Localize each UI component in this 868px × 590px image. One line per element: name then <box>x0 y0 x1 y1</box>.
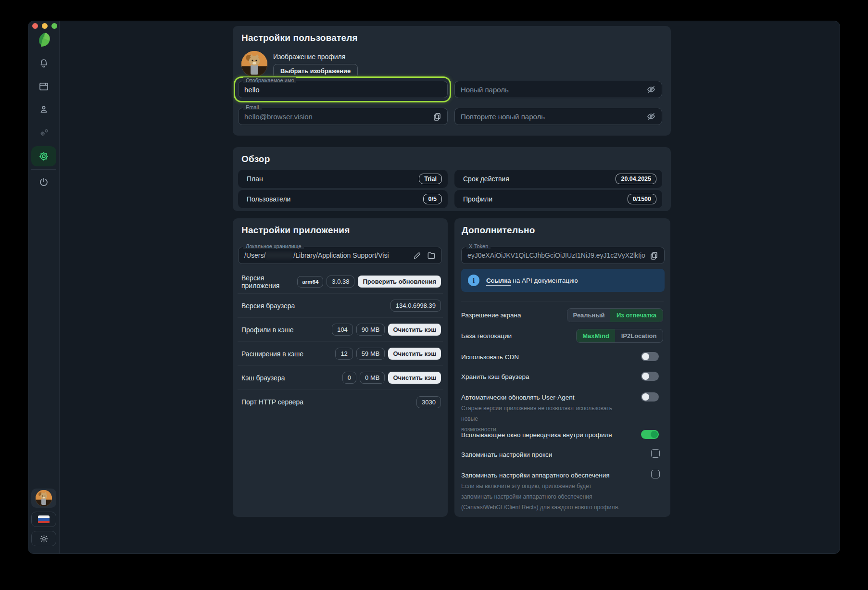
cached-profiles-count-badge: 104 <box>332 324 353 336</box>
use-cdn-label: Использовать CDN <box>461 353 519 361</box>
plan-row: План Trial <box>238 170 448 188</box>
geo-db-segmented: MaxMind IP2Location <box>576 329 663 343</box>
team-person-icon[interactable] <box>38 104 50 115</box>
app-version-badge: 3.0.38 <box>327 276 354 288</box>
app-version-label: Версия приложения <box>241 274 297 289</box>
show-password-eye-off-icon[interactable] <box>646 85 656 94</box>
toggle-knob <box>642 393 649 401</box>
new-password-field[interactable] <box>454 81 662 98</box>
zoom-window-button[interactable] <box>51 23 57 29</box>
app-settings-rows: Версия приложения arm64 3.0.38 Проверить… <box>238 270 443 414</box>
settings-gear-icon <box>38 151 50 162</box>
expiry-badge: 20.04.2025 <box>616 174 656 184</box>
http-port-label: Порт HTTP сервера <box>241 398 303 406</box>
remember-hardware-label: Запоминать настройки аппаратного обеспеч… <box>461 472 610 479</box>
minimize-window-button[interactable] <box>42 23 48 29</box>
theme-toggle-button[interactable] <box>31 531 56 546</box>
avatar <box>36 490 52 506</box>
cached-profiles-row: Профили в кэше 104 90 MB Очистить кэш <box>238 318 443 342</box>
remember-proxy-label: Запоминать настройки прокси <box>461 451 552 458</box>
cached-extensions-label: Расширения в кэше <box>241 350 303 358</box>
new-password-input[interactable] <box>461 86 646 94</box>
close-window-button[interactable] <box>32 23 38 29</box>
automation-gears-icon[interactable] <box>39 128 49 138</box>
translator-popup-toggle[interactable] <box>641 430 659 439</box>
sidebar <box>28 21 60 553</box>
choose-image-button[interactable]: Выбрать изображение <box>273 64 358 78</box>
browser-version-row: Версия браузера 134.0.6998.39 <box>238 294 443 318</box>
x-token-field[interactable]: X-Token eyJ0eXAiOiJKV1QiLCJhbGciOiJIUzI1… <box>461 247 665 264</box>
theme-sun-icon <box>40 535 48 543</box>
edit-path-pencil-icon[interactable] <box>413 251 421 260</box>
keep-browser-cache-label: Хранить кэш браузера <box>461 373 529 380</box>
keep-browser-cache-toggle[interactable] <box>641 372 659 381</box>
browser-window-icon[interactable] <box>38 81 50 92</box>
api-docs-text: на API документацию <box>513 277 578 284</box>
segment-maxmind[interactable]: MaxMind <box>577 329 615 342</box>
app-logo <box>37 32 50 48</box>
x-token-value: eyJ0eXAiOiJKV1QiLCJhbGciOiJIUzI1NiJ9.eyJ… <box>467 251 650 259</box>
api-docs-link[interactable]: Ссылка <box>486 277 511 286</box>
profiles-badge: 0/1500 <box>628 194 656 204</box>
app-version-row: Версия приложения arm64 3.0.38 Проверить… <box>238 270 443 294</box>
remember-hardware-description: Если вы включите эту опцию, приложение б… <box>461 481 620 513</box>
browser-version-label: Версия браузера <box>241 302 295 310</box>
expiry-label: Срок действия <box>463 175 509 183</box>
app-settings-panel: Настройки приложения Локальное хранилище… <box>233 218 448 517</box>
use-cdn-toggle[interactable] <box>641 352 659 361</box>
segment-real[interactable]: Реальный <box>567 309 610 322</box>
toggle-knob <box>642 373 649 380</box>
local-storage-path-suffix: /Library/Application Support/Visi <box>293 251 413 259</box>
copy-email-icon[interactable] <box>433 112 441 121</box>
clear-browser-cache-button[interactable]: Очистить кэш <box>388 372 441 384</box>
local-storage-path-prefix: /Users/ <box>244 251 265 259</box>
power-logout-icon[interactable] <box>38 176 50 188</box>
sidebar-profile-avatar[interactable] <box>31 489 56 508</box>
browser-cache-count-badge: 0 <box>342 372 356 384</box>
app-settings-title: Настройки приложения <box>241 225 350 236</box>
auto-update-ua-description: Старые версии приложения не позволяют ис… <box>461 403 625 435</box>
auto-update-ua-label: Автоматически обновлять User-Agent <box>461 394 575 401</box>
translator-popup-label: Всплывающее окно переводчика внутри проф… <box>461 431 612 439</box>
user-settings-panel: Настройки пользователя Изображение профи… <box>233 26 671 136</box>
show-repeat-password-eye-off-icon[interactable] <box>646 112 656 121</box>
segment-ip2location[interactable]: IP2Location <box>615 329 663 342</box>
email-field[interactable]: Email <box>238 108 448 125</box>
browser-version-badge: 134.0.6998.39 <box>390 300 441 312</box>
language-selector-button[interactable] <box>31 512 56 527</box>
notifications-bell-icon[interactable] <box>38 58 50 69</box>
sidebar-divider <box>31 169 56 170</box>
display-name-field[interactable]: Отображаемое имя <box>238 81 448 98</box>
remember-proxy-checkbox[interactable] <box>651 449 660 458</box>
email-input[interactable] <box>244 113 433 121</box>
display-name-input[interactable] <box>244 86 441 94</box>
clear-profiles-cache-button[interactable]: Очистить кэш <box>388 324 441 336</box>
redacted-username <box>265 252 293 259</box>
toggle-knob <box>651 431 658 438</box>
clear-extensions-cache-button[interactable]: Очистить кэш <box>388 348 441 360</box>
profile-image-label: Изображение профиля <box>273 53 345 61</box>
remember-hardware-checkbox[interactable] <box>651 470 660 478</box>
russian-flag-icon <box>38 515 50 524</box>
check-updates-button[interactable]: Проверить обновления <box>358 276 441 288</box>
segment-from-fingerprint[interactable]: Из отпечатка <box>610 309 663 322</box>
x-token-label: X-Token <box>466 243 491 249</box>
local-storage-field[interactable]: Локальное хранилище /Users/ /Library/App… <box>238 247 442 264</box>
plan-label: План <box>247 175 263 183</box>
http-port-badge: 3030 <box>416 396 441 408</box>
local-storage-label: Локальное хранилище <box>243 243 304 249</box>
repeat-password-field[interactable] <box>454 108 662 125</box>
info-icon: i <box>468 275 479 286</box>
users-badge: 0/5 <box>423 194 442 204</box>
geo-db-label: База геолокации <box>461 332 512 339</box>
cached-extensions-count-badge: 12 <box>335 348 352 360</box>
toggle-knob <box>642 353 649 360</box>
auto-update-ua-toggle[interactable] <box>641 392 659 402</box>
profile-image <box>241 51 267 77</box>
overview-panel: Обзор План Trial Срок действия 20.04.202… <box>233 147 671 211</box>
repeat-password-input[interactable] <box>461 113 646 121</box>
sidebar-item-settings-active[interactable] <box>31 146 56 166</box>
api-docs-banner: i Ссылка на API документацию <box>461 269 665 292</box>
open-folder-icon[interactable] <box>427 251 436 260</box>
copy-token-icon[interactable] <box>650 251 658 260</box>
